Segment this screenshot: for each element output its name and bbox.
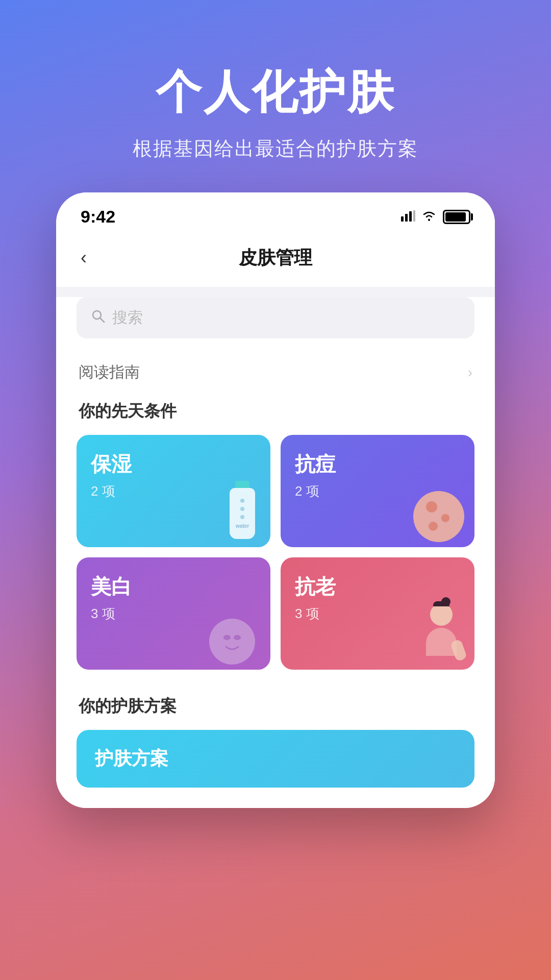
- nav-bar: ‹ 皮肤管理: [56, 233, 495, 287]
- water-bottle-illustration: water: [224, 481, 260, 542]
- svg-rect-2: [409, 211, 412, 222]
- solution-card-title: 护肤方案: [95, 746, 168, 771]
- card-grid: 保湿 2 项 water 抗痘: [77, 435, 474, 670]
- svg-rect-0: [401, 216, 404, 222]
- search-bar[interactable]: 搜索: [77, 297, 474, 338]
- acne-face-illustration: [413, 491, 464, 542]
- svg-rect-1: [405, 214, 408, 222]
- back-button[interactable]: ‹: [77, 243, 91, 273]
- hero-section: 个人化护肤 根据基因给出最适合的护肤方案: [0, 0, 551, 192]
- battery-icon: [443, 210, 470, 224]
- solution-section-title: 你的护肤方案: [77, 690, 474, 730]
- status-icons: [401, 209, 470, 225]
- guide-label: 阅读指南: [79, 362, 140, 383]
- solution-card[interactable]: 护肤方案: [77, 730, 474, 788]
- card-whitening[interactable]: 美白 3 项: [77, 557, 270, 670]
- svg-rect-3: [413, 210, 415, 222]
- card-moisture-title: 保湿: [91, 450, 256, 478]
- card-acne-title: 抗痘: [295, 450, 460, 478]
- card-acne[interactable]: 抗痘 2 项: [281, 435, 474, 547]
- status-time: 9:42: [81, 207, 115, 227]
- card-whitening-title: 美白: [91, 573, 256, 601]
- hero-subtitle: 根据基因给出最适合的护肤方案: [31, 136, 520, 162]
- card-antiaging[interactable]: 抗老 3 项: [281, 557, 474, 670]
- card-moisture[interactable]: 保湿 2 项 water: [77, 435, 270, 547]
- svg-point-8: [234, 635, 241, 640]
- hero-title: 个人化护肤: [31, 61, 520, 124]
- search-placeholder-text: 搜索: [112, 307, 143, 328]
- guide-row[interactable]: 阅读指南 ›: [77, 357, 474, 395]
- content-area: 搜索 阅读指南 › 你的先天条件 保湿 2 项: [56, 297, 495, 808]
- signal-icon: [401, 209, 415, 225]
- svg-point-4: [428, 219, 430, 221]
- svg-point-7: [223, 635, 231, 640]
- wifi-icon: [421, 209, 437, 225]
- search-icon: [91, 309, 105, 327]
- innate-section-title: 你的先天条件: [77, 395, 474, 435]
- person-illustration: [418, 603, 464, 665]
- page-title: 皮肤管理: [239, 246, 312, 271]
- status-bar: 9:42: [56, 192, 495, 233]
- phone-mockup: 9:42: [56, 192, 495, 808]
- svg-line-6: [100, 318, 104, 322]
- chevron-right-icon: ›: [468, 364, 472, 381]
- mask-illustration: [204, 608, 260, 665]
- card-antiaging-title: 抗老: [295, 573, 460, 601]
